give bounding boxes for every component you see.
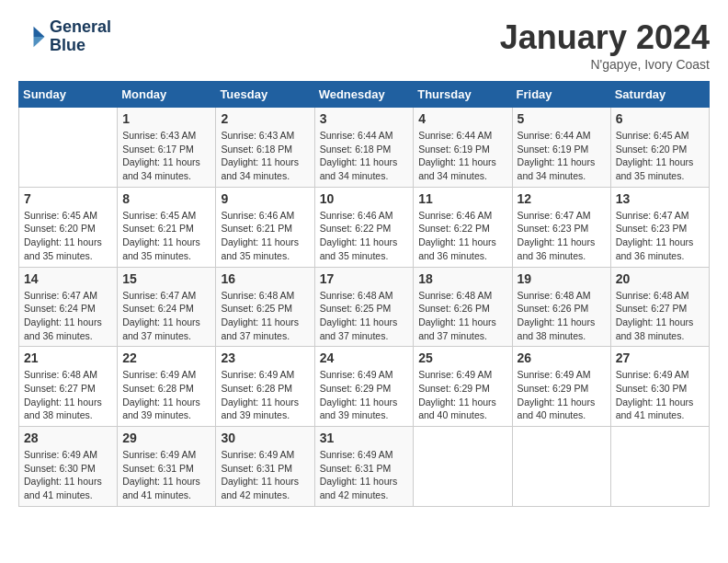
cell-info: Sunrise: 6:43 AM Sunset: 6:18 PM Dayligh… bbox=[221, 129, 309, 183]
cell-info: Sunrise: 6:46 AM Sunset: 6:22 PM Dayligh… bbox=[418, 209, 506, 263]
cell-info: Sunrise: 6:48 AM Sunset: 6:27 PM Dayligh… bbox=[616, 289, 704, 343]
calendar-cell: 1Sunrise: 6:43 AM Sunset: 6:17 PM Daylig… bbox=[118, 108, 216, 188]
logo-text: General Blue bbox=[50, 18, 111, 55]
day-number: 5 bbox=[518, 111, 606, 126]
calendar-cell: 18Sunrise: 6:48 AM Sunset: 6:26 PM Dayli… bbox=[414, 267, 512, 347]
cell-info: Sunrise: 6:45 AM Sunset: 6:20 PM Dayligh… bbox=[24, 209, 112, 263]
location: N'gapye, Ivory Coast bbox=[500, 57, 710, 72]
day-number: 21 bbox=[24, 350, 112, 365]
svg-marker-0 bbox=[34, 27, 45, 37]
cell-info: Sunrise: 6:44 AM Sunset: 6:19 PM Dayligh… bbox=[518, 129, 606, 183]
calendar-cell: 13Sunrise: 6:47 AM Sunset: 6:23 PM Dayli… bbox=[610, 187, 709, 267]
day-number: 25 bbox=[418, 350, 506, 365]
page-header: General Blue January 2024 N'gapye, Ivory… bbox=[18, 18, 710, 72]
cell-info: Sunrise: 6:49 AM Sunset: 6:31 PM Dayligh… bbox=[221, 448, 309, 502]
day-number: 30 bbox=[221, 431, 309, 445]
calendar-cell: 31Sunrise: 6:49 AM Sunset: 6:31 PM Dayli… bbox=[314, 427, 414, 507]
weekday-header: Thursday bbox=[414, 82, 512, 108]
weekday-header: Saturday bbox=[610, 82, 709, 108]
calendar-cell: 27Sunrise: 6:49 AM Sunset: 6:30 PM Dayli… bbox=[610, 347, 709, 427]
cell-info: Sunrise: 6:48 AM Sunset: 6:27 PM Dayligh… bbox=[24, 368, 112, 422]
calendar-cell bbox=[19, 108, 118, 188]
cell-info: Sunrise: 6:49 AM Sunset: 6:28 PM Dayligh… bbox=[122, 368, 210, 422]
day-number: 18 bbox=[418, 271, 506, 286]
day-number: 8 bbox=[122, 191, 210, 206]
day-number: 20 bbox=[616, 271, 704, 286]
calendar-cell: 26Sunrise: 6:49 AM Sunset: 6:29 PM Dayli… bbox=[512, 347, 610, 427]
day-number: 1 bbox=[122, 111, 210, 126]
day-number: 6 bbox=[616, 111, 704, 126]
weekday-header: Tuesday bbox=[216, 82, 314, 108]
calendar-cell: 25Sunrise: 6:49 AM Sunset: 6:29 PM Dayli… bbox=[414, 347, 512, 427]
calendar-cell: 14Sunrise: 6:47 AM Sunset: 6:24 PM Dayli… bbox=[19, 267, 118, 347]
calendar-cell: 23Sunrise: 6:49 AM Sunset: 6:28 PM Dayli… bbox=[216, 347, 314, 427]
day-number: 27 bbox=[616, 350, 704, 365]
day-number: 3 bbox=[320, 111, 409, 126]
day-number: 17 bbox=[320, 271, 409, 286]
day-number: 2 bbox=[221, 111, 309, 126]
day-number: 31 bbox=[320, 431, 409, 445]
calendar-cell: 19Sunrise: 6:48 AM Sunset: 6:26 PM Dayli… bbox=[512, 267, 610, 347]
cell-info: Sunrise: 6:48 AM Sunset: 6:25 PM Dayligh… bbox=[320, 289, 409, 343]
month-title: January 2024 bbox=[500, 18, 710, 57]
day-number: 19 bbox=[518, 271, 606, 286]
day-number: 29 bbox=[122, 431, 210, 445]
calendar-cell: 20Sunrise: 6:48 AM Sunset: 6:27 PM Dayli… bbox=[610, 267, 709, 347]
cell-info: Sunrise: 6:44 AM Sunset: 6:19 PM Dayligh… bbox=[418, 129, 506, 183]
day-number: 24 bbox=[320, 350, 409, 365]
calendar-cell: 2Sunrise: 6:43 AM Sunset: 6:18 PM Daylig… bbox=[216, 108, 314, 188]
day-number: 15 bbox=[122, 271, 210, 286]
cell-info: Sunrise: 6:45 AM Sunset: 6:21 PM Dayligh… bbox=[122, 209, 210, 263]
calendar-cell: 22Sunrise: 6:49 AM Sunset: 6:28 PM Dayli… bbox=[118, 347, 216, 427]
logo: General Blue bbox=[18, 18, 111, 55]
cell-info: Sunrise: 6:49 AM Sunset: 6:30 PM Dayligh… bbox=[24, 448, 112, 502]
calendar-cell: 5Sunrise: 6:44 AM Sunset: 6:19 PM Daylig… bbox=[512, 108, 610, 188]
calendar-cell bbox=[414, 427, 512, 507]
cell-info: Sunrise: 6:49 AM Sunset: 6:29 PM Dayligh… bbox=[518, 368, 606, 422]
cell-info: Sunrise: 6:48 AM Sunset: 6:26 PM Dayligh… bbox=[518, 289, 606, 343]
weekday-header: Friday bbox=[512, 82, 610, 108]
calendar-cell: 17Sunrise: 6:48 AM Sunset: 6:25 PM Dayli… bbox=[314, 267, 414, 347]
day-number: 22 bbox=[122, 350, 210, 365]
day-number: 11 bbox=[418, 191, 506, 206]
day-number: 13 bbox=[616, 191, 704, 206]
day-number: 12 bbox=[518, 191, 606, 206]
day-number: 23 bbox=[221, 350, 309, 365]
calendar-cell: 24Sunrise: 6:49 AM Sunset: 6:29 PM Dayli… bbox=[314, 347, 414, 427]
cell-info: Sunrise: 6:47 AM Sunset: 6:23 PM Dayligh… bbox=[518, 209, 606, 263]
day-number: 7 bbox=[24, 191, 112, 206]
cell-info: Sunrise: 6:49 AM Sunset: 6:29 PM Dayligh… bbox=[418, 368, 506, 422]
cell-info: Sunrise: 6:49 AM Sunset: 6:29 PM Dayligh… bbox=[320, 368, 409, 422]
calendar-cell: 6Sunrise: 6:45 AM Sunset: 6:20 PM Daylig… bbox=[610, 108, 709, 188]
calendar-cell: 7Sunrise: 6:45 AM Sunset: 6:20 PM Daylig… bbox=[19, 187, 118, 267]
calendar-cell: 8Sunrise: 6:45 AM Sunset: 6:21 PM Daylig… bbox=[118, 187, 216, 267]
calendar-cell: 11Sunrise: 6:46 AM Sunset: 6:22 PM Dayli… bbox=[414, 187, 512, 267]
day-number: 28 bbox=[24, 431, 112, 445]
weekday-header: Wednesday bbox=[314, 82, 414, 108]
cell-info: Sunrise: 6:49 AM Sunset: 6:31 PM Dayligh… bbox=[122, 448, 210, 502]
cell-info: Sunrise: 6:49 AM Sunset: 6:30 PM Dayligh… bbox=[616, 368, 704, 422]
day-number: 10 bbox=[320, 191, 409, 206]
calendar-table: SundayMondayTuesdayWednesdayThursdayFrid… bbox=[18, 81, 710, 507]
cell-info: Sunrise: 6:48 AM Sunset: 6:26 PM Dayligh… bbox=[418, 289, 506, 343]
calendar-cell: 16Sunrise: 6:48 AM Sunset: 6:25 PM Dayli… bbox=[216, 267, 314, 347]
calendar-cell bbox=[610, 427, 709, 507]
calendar-cell: 21Sunrise: 6:48 AM Sunset: 6:27 PM Dayli… bbox=[19, 347, 118, 427]
calendar-cell bbox=[512, 427, 610, 507]
day-number: 9 bbox=[221, 191, 309, 206]
cell-info: Sunrise: 6:48 AM Sunset: 6:25 PM Dayligh… bbox=[221, 289, 309, 343]
svg-marker-1 bbox=[34, 37, 45, 47]
cell-info: Sunrise: 6:47 AM Sunset: 6:24 PM Dayligh… bbox=[24, 289, 112, 343]
cell-info: Sunrise: 6:45 AM Sunset: 6:20 PM Dayligh… bbox=[616, 129, 704, 183]
calendar-cell: 4Sunrise: 6:44 AM Sunset: 6:19 PM Daylig… bbox=[414, 108, 512, 188]
calendar-cell: 3Sunrise: 6:44 AM Sunset: 6:18 PM Daylig… bbox=[314, 108, 414, 188]
day-number: 14 bbox=[24, 271, 112, 286]
day-number: 4 bbox=[418, 111, 506, 126]
calendar-cell: 10Sunrise: 6:46 AM Sunset: 6:22 PM Dayli… bbox=[314, 187, 414, 267]
weekday-header: Monday bbox=[118, 82, 216, 108]
weekday-header: Sunday bbox=[19, 82, 118, 108]
cell-info: Sunrise: 6:49 AM Sunset: 6:31 PM Dayligh… bbox=[320, 448, 409, 502]
logo-icon bbox=[18, 23, 46, 51]
cell-info: Sunrise: 6:46 AM Sunset: 6:21 PM Dayligh… bbox=[221, 209, 309, 263]
calendar-cell: 15Sunrise: 6:47 AM Sunset: 6:24 PM Dayli… bbox=[118, 267, 216, 347]
